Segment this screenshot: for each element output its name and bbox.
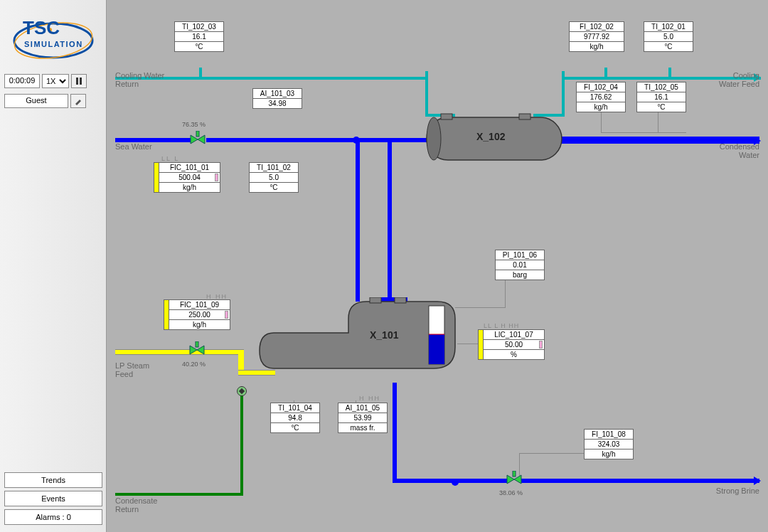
valve3-label: 38.06 %: [499, 489, 523, 496]
svg-rect-21: [196, 341, 198, 347]
svg-rect-14: [370, 297, 381, 303]
label-sea-water: Sea Water: [115, 142, 152, 151]
trends-button[interactable]: Trends: [4, 472, 102, 488]
pause-button[interactable]: [71, 74, 87, 88]
valve2-label: 40.20 %: [182, 361, 206, 368]
tag-fi-102-02[interactable]: FI_102_02 9777.92 kg/h: [569, 21, 624, 52]
vessel-x101[interactable]: [252, 297, 462, 387]
process-canvas: X_102 X_101 76.35 % 40.20 % 38.06 % Cool…: [107, 0, 768, 532]
controller-lic-101-07[interactable]: LIC_101_07 50.00 %: [478, 329, 545, 360]
valve1-label: 76.35 %: [182, 121, 206, 128]
tag-ti-102-03[interactable]: TI_102_03 16.1 °C: [174, 21, 224, 52]
speed-select[interactable]: 1X: [42, 74, 69, 88]
label-cooling-feed: Cooling Water Feed: [719, 71, 759, 88]
arrow-icon: [754, 477, 761, 485]
svg-rect-24: [513, 471, 516, 477]
sim-time: 0:00:09: [4, 74, 40, 88]
tag-ti-101-02[interactable]: TI_101_02 5.0 °C: [249, 162, 299, 193]
tag-pi-101-06[interactable]: PI_101_06 0.01 barg: [495, 250, 545, 280]
svg-rect-9: [441, 114, 452, 119]
label-condensate-return: Condensate Return: [115, 496, 157, 514]
valve-brine[interactable]: [506, 471, 523, 488]
tag-ti-101-04[interactable]: TI_101_04 94.8 °C: [270, 403, 320, 433]
svg-rect-5: [76, 78, 78, 85]
label-strong-brine: Strong Brine: [716, 486, 759, 495]
label-lp-steam: LP Steam Feed: [115, 361, 149, 378]
tools-button[interactable]: [70, 94, 86, 108]
svg-rect-12: [429, 334, 444, 364]
svg-text:TSC: TSC: [23, 17, 60, 38]
label-cooling-return: Cooling Water Return: [115, 71, 164, 88]
valve-fic101_09[interactable]: [188, 341, 206, 358]
vessel-x102-label: X_102: [476, 131, 505, 142]
user-button[interactable]: Guest: [4, 94, 68, 108]
svg-point-8: [427, 117, 441, 160]
tag-ai-101-05[interactable]: AI_101_05 53.99 mass fr.: [338, 403, 388, 433]
svg-text:SIMULATION: SIMULATION: [24, 40, 83, 48]
alarms-button[interactable]: Alarms : 0: [4, 509, 102, 525]
svg-rect-6: [80, 78, 82, 85]
events-button[interactable]: Events: [4, 491, 102, 506]
svg-rect-18: [196, 131, 199, 137]
tag-fi-101-08[interactable]: FI_101_08 324.03 kg/h: [584, 429, 634, 459]
vessel-x101-label: X_101: [370, 329, 398, 341]
logo: TSC SIMULATION: [0, 0, 107, 71]
svg-rect-15: [395, 297, 406, 303]
sidebar: TSC SIMULATION 0:00:09 1X Guest Trends E…: [0, 0, 107, 532]
controller-fic-101-09[interactable]: FIC_101_09 250.00 kg/h: [164, 299, 230, 330]
tag-ti-102-05[interactable]: TI_102_05 16.1 °C: [636, 82, 686, 112]
tag-fi-102-04[interactable]: FI_102_04 176.62 kg/h: [576, 82, 626, 112]
valve-fic101_01[interactable]: [189, 131, 206, 148]
controller-fic-101-01[interactable]: FIC_101_01 500.04 kg/h: [154, 162, 220, 193]
label-condensed-water: Condensed Water: [720, 142, 759, 159]
tag-ai-101-03[interactable]: AI_101_03 34.98: [252, 88, 302, 109]
pump-icon: [237, 386, 247, 396]
tag-ti-102-01[interactable]: TI_102_01 5.0 °C: [644, 21, 693, 52]
svg-rect-10: [519, 114, 530, 119]
